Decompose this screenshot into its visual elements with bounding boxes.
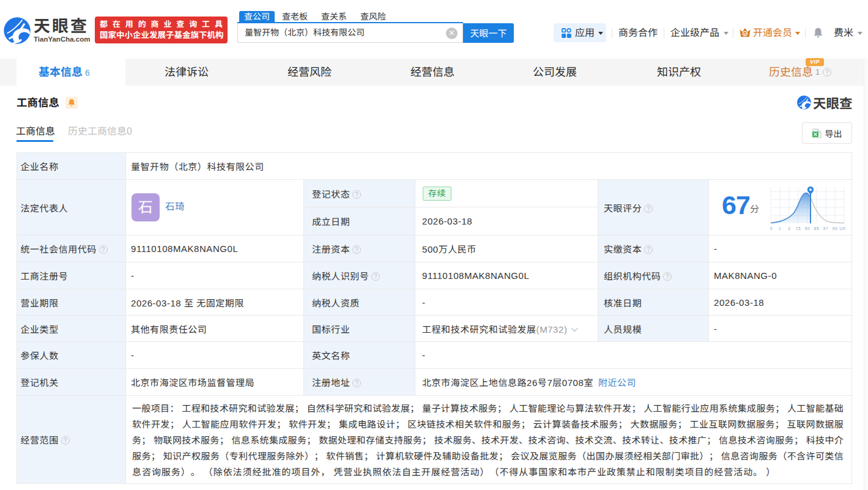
- svg-text:100: 100: [839, 226, 845, 231]
- svg-text:50: 50: [805, 226, 810, 231]
- svg-text:97: 97: [823, 226, 828, 231]
- svg-text:15: 15: [796, 226, 801, 231]
- svg-text:3: 3: [788, 226, 790, 231]
- svg-text:1: 1: [779, 226, 781, 231]
- svg-text:85: 85: [814, 226, 819, 231]
- svg-text:0: 0: [770, 226, 773, 231]
- svg-text:99: 99: [833, 226, 837, 231]
